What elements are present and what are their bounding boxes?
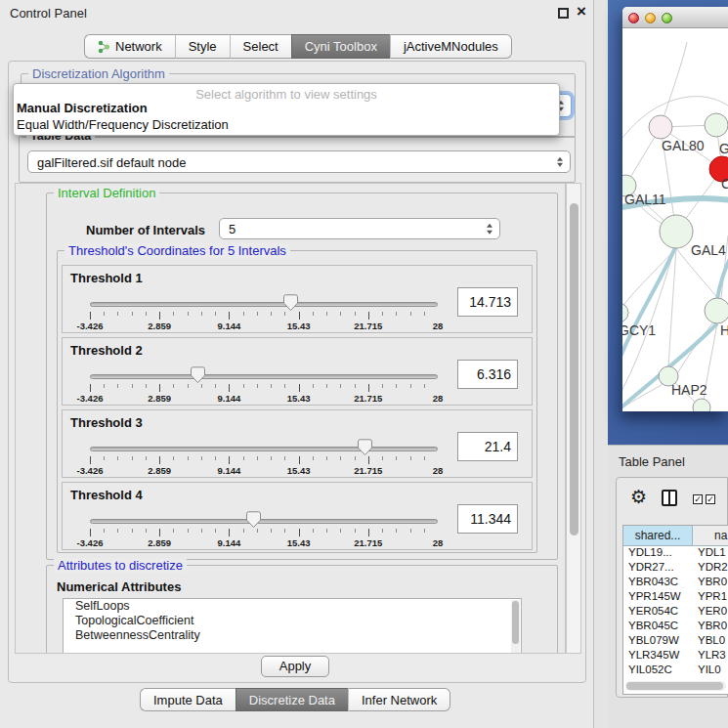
network-canvas[interactable]: GAL80 G C GAL11 GAL4 GCY1 H HAP2	[622, 28, 728, 411]
node-label-gal11: GAL11	[624, 192, 666, 207]
table-row[interactable]: YBR043CYBR0	[623, 576, 728, 590]
slider-ticks	[90, 312, 438, 320]
checkbox-icon[interactable]: ✓	[693, 494, 703, 504]
table-row[interactable]: YBR045CYBR0	[623, 620, 728, 634]
dropdown-option-manual[interactable]: Manual Discretization	[14, 100, 559, 116]
table-data-group: Table Data galFiltered.sif default node	[19, 136, 576, 183]
network-node-h[interactable]	[705, 298, 728, 323]
tick-label: 28	[433, 321, 444, 331]
split-columns-icon[interactable]	[662, 490, 677, 506]
tab-label: jActiveMNodules	[404, 35, 498, 58]
tab-label: Cyni Toolbox	[305, 35, 377, 58]
attribute-list-item[interactable]: BetweennessCentrality	[64, 628, 521, 643]
tab-impute-data[interactable]: Impute Data	[140, 688, 236, 711]
network-node-gal4[interactable]	[660, 215, 693, 248]
checkbox-icon[interactable]: ✓	[706, 494, 715, 504]
dropdown-option-equal-width[interactable]: Equal Width/Frequency Discretization	[14, 116, 559, 133]
close-traffic-light[interactable]	[628, 13, 639, 23]
tick-label: 28	[433, 393, 444, 404]
cell-name: YBR0	[692, 576, 728, 590]
zoom-traffic-light[interactable]	[662, 13, 672, 23]
list-scrollbar[interactable]	[511, 600, 520, 654]
threshold-4-value-field[interactable]: 11.344	[457, 504, 518, 534]
table-row[interactable]: YLR345WYLR3	[623, 649, 728, 664]
close-icon[interactable]: ×	[577, 2, 586, 21]
interval-definition-group: Interval Definition Number of Intervals …	[46, 193, 558, 560]
table-row[interactable]: YBL079WYBL0	[623, 634, 728, 649]
slider-track[interactable]	[90, 374, 438, 379]
tab-select[interactable]: Select	[230, 34, 291, 59]
threshold-2-slider[interactable]: -3.4262.8599.14415.4321.71528	[90, 365, 438, 403]
column-header-name[interactable]: na	[693, 526, 728, 545]
settings-vertical-scrollbar[interactable]	[566, 183, 581, 654]
threshold-1-slider[interactable]: -3.4262.8599.14415.4321.71528	[90, 293, 438, 330]
network-node-gcy1[interactable]	[622, 303, 628, 322]
threshold-3-value-field[interactable]: 21.4	[457, 432, 518, 461]
table-horizontal-scrollbar[interactable]	[625, 681, 726, 691]
tick-label: 15.43	[287, 321, 311, 331]
slider-track[interactable]	[90, 302, 438, 307]
tab-jactivemnodules[interactable]: jActiveMNodules	[390, 34, 512, 59]
threshold-label: Threshold 4	[70, 488, 143, 502]
scrollbar-thumb[interactable]	[570, 203, 578, 535]
threshold-3-box: Threshold 3 -3.4262.8599.14415.4321.7152…	[62, 409, 533, 478]
column-header-shared-name[interactable]: shared...	[623, 526, 693, 545]
table-row[interactable]: YER054CYER0	[623, 605, 728, 620]
tick-label: -3.426	[77, 393, 104, 404]
tick-label: 15.43	[287, 537, 311, 548]
cell-name: YLR3	[692, 649, 728, 664]
tick-label: 28	[433, 465, 444, 476]
table-data-combobox[interactable]: galFiltered.sif default node	[27, 150, 571, 173]
tab-infer-network[interactable]: Infer Network	[348, 688, 450, 711]
network-node[interactable]	[705, 113, 728, 137]
table-panel-body: ⚙ ✓ ✓ shared... na YDL19...YDL1YDR27...Y…	[616, 477, 728, 698]
number-of-intervals-combobox[interactable]: 5	[219, 218, 500, 239]
attributes-to-discretize-group: Attributes to discretize Numerical Attri…	[46, 565, 558, 654]
slider-track[interactable]	[90, 447, 438, 451]
tab-style[interactable]: Style	[175, 34, 230, 59]
table-panel-title: Table Panel	[619, 454, 685, 469]
attribute-list-item[interactable]: SelfLoops	[64, 599, 521, 614]
network-node-gal80[interactable]	[649, 115, 672, 139]
tick-label: 21.715	[354, 537, 382, 548]
network-window-titlebar[interactable]	[622, 7, 728, 28]
threshold-3-slider[interactable]: -3.4262.8599.14415.4321.71528	[90, 438, 438, 475]
slider-thumb[interactable]	[246, 511, 261, 529]
tick-label: 28	[433, 537, 444, 548]
tick-label: -3.426	[77, 465, 104, 476]
gear-icon[interactable]: ⚙	[630, 486, 647, 508]
attribute-list-item[interactable]: TopologicalCoefficient	[64, 614, 521, 628]
threshold-2-box: Threshold 2 -3.4262.8599.14415.4321.7152…	[62, 337, 533, 406]
threshold-2-value-field[interactable]: 6.316	[457, 360, 518, 389]
apply-button[interactable]: Apply	[261, 656, 329, 677]
slider-track[interactable]	[90, 519, 438, 524]
float-window-icon[interactable]	[558, 8, 569, 19]
tab-network[interactable]: Network	[84, 34, 175, 59]
tab-cyni-toolbox[interactable]: Cyni Toolbox	[291, 34, 390, 59]
scrollbar-thumb[interactable]	[512, 601, 519, 644]
node-label-gcy1: GCY1	[622, 322, 656, 338]
tick-label: -3.426	[77, 321, 104, 331]
table-row[interactable]: YDL19...YDL1	[623, 546, 728, 561]
minimize-traffic-light[interactable]	[645, 13, 656, 23]
cell-name: YBL0	[692, 634, 728, 649]
node-label-partial-h: H	[720, 322, 728, 338]
slider-thumb[interactable]	[358, 439, 372, 456]
scrollbar-thumb[interactable]	[626, 682, 723, 690]
table-row[interactable]: YDR27...YDR2	[623, 561, 728, 576]
threshold-4-slider[interactable]: -3.4262.8599.14415.4321.71528	[90, 510, 438, 547]
table-row[interactable]: YIL052CYIL0	[623, 664, 728, 678]
numerical-attributes-list[interactable]: SelfLoopsTopologicalCoefficientBetweenne…	[63, 598, 522, 654]
network-node[interactable]	[693, 399, 710, 411]
node-label-partial-c: C	[721, 176, 728, 192]
threshold-1-value-field[interactable]: 14.713	[457, 287, 518, 317]
cell-name: YPR1	[692, 590, 728, 605]
cell-name: YIL0	[692, 664, 728, 678]
slider-thumb[interactable]	[283, 294, 298, 312]
slider-thumb[interactable]	[191, 366, 205, 384]
table-toolbar: ⚙ ✓ ✓	[617, 478, 727, 523]
tab-discretize-data[interactable]: Discretize Data	[236, 688, 348, 711]
tab-label: Select	[243, 35, 278, 58]
group-title: Discretization Algorithm	[28, 66, 169, 81]
table-row[interactable]: YPR145WYPR1	[623, 590, 728, 605]
